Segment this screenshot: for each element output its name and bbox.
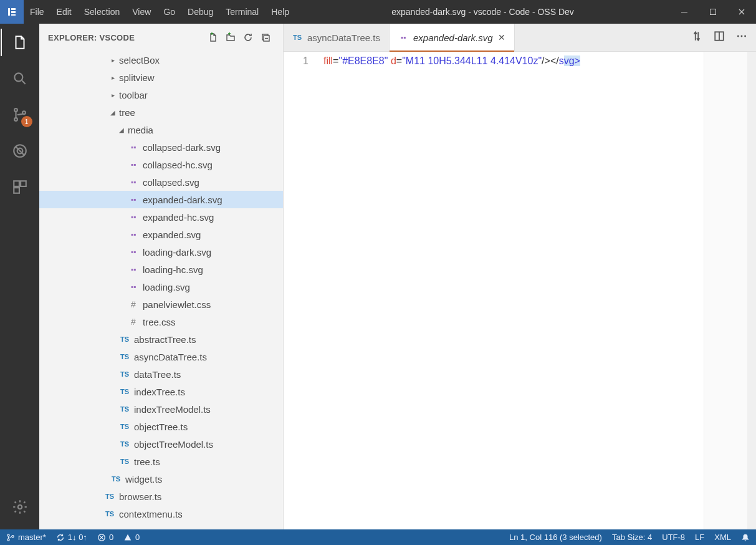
status-lang[interactable]: XML [714, 533, 731, 542]
svg-file-icon: ▪▪ [398, 33, 408, 42]
tree-item-label: splitview [119, 72, 155, 83]
code-content[interactable]: fill="#E8E8E8" d="M11 10H5.344L11 4.414V… [323, 52, 704, 529]
svg-rect-1 [711, 9, 716, 15]
chevron-icon: ◢ [109, 109, 117, 116]
tok-tag-vg: vg [564, 55, 575, 66]
sidebar-header: EXPLORER: VSCODE [39, 24, 283, 51]
tree-row[interactable]: ▪▪collapsed.svg [39, 173, 283, 191]
compare-icon[interactable] [691, 31, 702, 44]
activity-settings[interactable] [10, 497, 30, 517]
tree-row[interactable]: ▪▪collapsed-dark.svg [39, 138, 283, 156]
tree-row[interactable]: ▪▪expanded.svg [39, 226, 283, 243]
activity-search[interactable] [10, 69, 30, 89]
status-encoding[interactable]: UTF-8 [662, 533, 685, 542]
tree-row[interactable]: TSwidget.ts [39, 470, 283, 488]
tree-row[interactable]: ▸toolbar [39, 86, 283, 104]
new-file-icon[interactable] [204, 29, 222, 46]
tree-item-label: selectBox [119, 55, 160, 65]
svg-rect-10 [14, 188, 19, 193]
status-eol[interactable]: LF [695, 533, 704, 542]
tree-row[interactable]: TSasyncDataTree.ts [39, 348, 283, 365]
status-warnings[interactable]: 0 [123, 533, 140, 542]
editor-tab[interactable]: ▪▪expanded-dark.svg✕ [390, 24, 515, 51]
more-icon[interactable] [736, 31, 747, 44]
maximize-button[interactable] [699, 0, 727, 24]
tok-tag-s: s [559, 55, 564, 66]
editor-tabs: TSasyncDataTree.ts▪▪expanded-dark.svg✕ [284, 24, 756, 52]
tree-row[interactable]: ▪▪expanded-dark.svg [39, 191, 283, 208]
tree-row[interactable]: ▸selectBox [39, 51, 283, 69]
close-tab-icon[interactable]: ✕ [498, 32, 505, 42]
tree-row[interactable]: ▸splitview [39, 69, 283, 86]
tree-row[interactable]: TSobjectTreeModel.ts [39, 435, 283, 453]
window-controls [670, 0, 756, 24]
activity-debug[interactable] [10, 141, 30, 161]
tree-row[interactable]: TSdataTree.ts [39, 365, 283, 383]
new-folder-icon[interactable] [222, 29, 239, 46]
minimap[interactable] [704, 52, 747, 529]
tree-row[interactable]: TSindexTree.ts [39, 383, 283, 400]
status-indent[interactable]: Tab Size: 4 [612, 533, 652, 542]
minimize-button[interactable] [670, 0, 699, 24]
menu-help[interactable]: Help [265, 0, 295, 24]
svg-file-icon: ▪▪ [128, 230, 139, 239]
tree-row[interactable]: #tree.css [39, 313, 283, 330]
menu-edit[interactable]: Edit [50, 0, 78, 24]
editor-actions [682, 24, 756, 51]
tree-item-label: expanded.svg [143, 229, 201, 240]
file-tree[interactable]: ▸selectBox▸splitview▸toolbar◢tree◢media▪… [39, 51, 283, 529]
activity-extensions[interactable] [10, 177, 30, 197]
tree-row[interactable]: ▪▪loading-dark.svg [39, 243, 283, 261]
collapse-all-icon[interactable] [257, 29, 274, 46]
tree-row[interactable]: TStree.ts [39, 453, 283, 470]
status-branch[interactable]: master* [6, 533, 46, 542]
tree-item-label: loading-hc.svg [143, 264, 203, 275]
line-number: 1 [284, 55, 309, 67]
svg-point-17 [744, 36, 746, 37]
status-bell-icon[interactable] [741, 533, 750, 542]
tree-item-label: dataTree.ts [134, 369, 181, 380]
tree-row[interactable]: ▪▪collapsed-hc.svg [39, 156, 283, 173]
tree-row[interactable]: ▪▪loading.svg [39, 278, 283, 296]
menu-debug[interactable]: Debug [181, 0, 219, 24]
status-cursor[interactable]: Ln 1, Col 116 (3 selected) [509, 533, 602, 542]
tree-row[interactable]: TSindexTreeModel.ts [39, 400, 283, 418]
tree-row[interactable]: TSabstractTree.ts [39, 330, 283, 348]
tree-item-label: media [128, 125, 153, 135]
tree-row[interactable]: TScontextmenu.ts [39, 505, 283, 523]
editor-scrollbar[interactable] [747, 52, 756, 529]
editor-tab[interactable]: TSasyncDataTree.ts [284, 24, 390, 51]
ts-file-icon: TS [119, 388, 130, 395]
tree-row[interactable]: #panelviewlet.css [39, 296, 283, 313]
tree-row[interactable]: ▪▪loading-hc.svg [39, 261, 283, 278]
tree-row[interactable]: ◢media [39, 121, 283, 138]
editor[interactable]: 1 fill="#E8E8E8" d="M11 10H5.344L11 4.41… [284, 52, 756, 529]
tree-item-label: objectTree.ts [134, 422, 188, 432]
ts-file-icon: TS [119, 423, 130, 430]
refresh-icon[interactable] [239, 29, 257, 46]
svg-file-icon: ▪▪ [128, 178, 139, 186]
activity-explorer[interactable] [10, 32, 30, 52]
activity-scm[interactable]: 1 [10, 105, 30, 125]
split-editor-icon[interactable] [714, 31, 725, 44]
tree-row[interactable]: ◢tree [39, 104, 283, 121]
menu-file[interactable]: File [24, 0, 50, 24]
menu-view[interactable]: View [126, 0, 157, 24]
css-file-icon: # [128, 317, 139, 327]
chevron-icon: ▸ [109, 57, 117, 64]
svg-file-icon: ▪▪ [128, 248, 139, 256]
tree-item-label: browser.ts [119, 491, 161, 502]
tree-item-label: collapsed.svg [143, 177, 199, 188]
close-button[interactable] [727, 0, 756, 24]
ts-file-icon: TS [119, 353, 130, 360]
svg-point-2 [14, 73, 22, 81]
menu-selection[interactable]: Selection [78, 0, 127, 24]
status-sync[interactable]: 1↓ 0↑ [56, 533, 87, 542]
tree-row[interactable]: TSobjectTree.ts [39, 418, 283, 435]
chevron-icon: ◢ [118, 127, 125, 133]
tree-row[interactable]: ▪▪expanded-hc.svg [39, 208, 283, 226]
status-errors[interactable]: 0 [97, 533, 113, 542]
tree-row[interactable]: TSbrowser.ts [39, 488, 283, 505]
menu-terminal[interactable]: Terminal [219, 0, 265, 24]
menu-go[interactable]: Go [157, 0, 181, 24]
